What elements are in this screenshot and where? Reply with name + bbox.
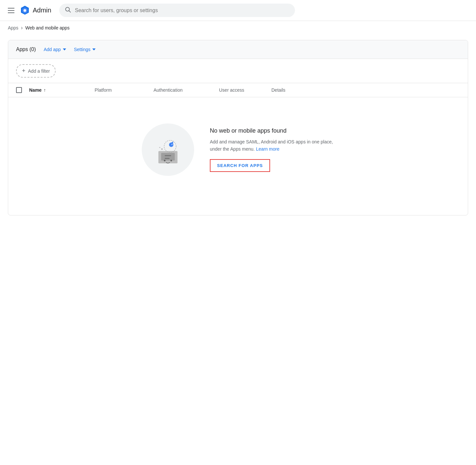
breadcrumb-apps-link[interactable]: Apps xyxy=(8,25,18,30)
add-filter-label: Add a filter xyxy=(28,68,50,74)
empty-state-title: No web or mobile apps found xyxy=(210,127,334,134)
settings-label: Settings xyxy=(74,47,91,52)
col-header-details: Details xyxy=(271,87,285,93)
svg-point-13 xyxy=(172,144,173,145)
hamburger-line-1 xyxy=(8,8,14,9)
logo-area: Admin xyxy=(20,5,51,16)
learn-more-link[interactable]: Learn more xyxy=(256,146,280,152)
sort-arrow-icon[interactable]: ↑ xyxy=(44,87,46,93)
empty-text-area: No web or mobile apps found Add and mana… xyxy=(210,127,334,172)
empty-state: No web or mobile apps found Add and mana… xyxy=(8,97,468,215)
main-content: Apps (0) Add app Settings + Add a filter xyxy=(0,35,476,221)
col-name-label: Name xyxy=(29,87,42,93)
add-app-button[interactable]: Add app xyxy=(44,46,66,53)
svg-rect-6 xyxy=(161,153,175,160)
empty-illustration xyxy=(142,123,194,176)
svg-rect-8 xyxy=(165,158,170,159)
plus-icon: + xyxy=(22,67,26,74)
hamburger-line-3 xyxy=(8,12,14,13)
logo-text: Admin xyxy=(33,7,51,14)
apps-count-label: Apps (0) xyxy=(16,46,36,52)
svg-line-4 xyxy=(69,11,70,12)
svg-point-9 xyxy=(164,160,166,161)
svg-rect-7 xyxy=(165,155,171,156)
table-header: Name ↑ Platform Authentication User acce… xyxy=(8,83,468,97)
col-header-platform: Platform xyxy=(95,87,154,93)
breadcrumb: Apps › Web and mobile apps xyxy=(0,21,476,35)
breadcrumb-separator: › xyxy=(21,25,23,31)
breadcrumb-current: Web and mobile apps xyxy=(25,25,69,30)
card-toolbar: Apps (0) Add app Settings xyxy=(8,40,468,59)
search-for-apps-button[interactable]: SEARCH FOR APPS xyxy=(210,159,270,172)
empty-state-illustration-svg xyxy=(152,133,184,166)
filter-area: + Add a filter xyxy=(8,59,468,83)
select-all-checkbox[interactable] xyxy=(16,87,29,93)
menu-button[interactable] xyxy=(5,5,17,16)
svg-point-16 xyxy=(159,147,160,148)
settings-button[interactable]: Settings xyxy=(74,46,96,53)
search-icon xyxy=(64,6,71,14)
add-app-chevron-icon xyxy=(63,48,66,50)
svg-point-10 xyxy=(171,160,172,161)
search-bar xyxy=(59,4,295,17)
settings-chevron-icon xyxy=(92,48,96,50)
search-input[interactable] xyxy=(75,8,290,13)
add-filter-button[interactable]: + Add a filter xyxy=(16,64,56,78)
hamburger-line-2 xyxy=(8,10,14,11)
app-header: Admin xyxy=(0,0,476,21)
col-header-user-access: User access xyxy=(219,87,271,93)
apps-card: Apps (0) Add app Settings + Add a filter xyxy=(8,40,468,215)
checkbox-icon[interactable] xyxy=(16,87,22,93)
admin-logo-icon xyxy=(20,5,30,16)
add-app-label: Add app xyxy=(44,47,61,52)
svg-point-15 xyxy=(161,148,163,150)
col-header-name: Name ↑ xyxy=(29,87,95,93)
empty-state-description: Add and manage SAML, Android and iOS app… xyxy=(210,138,334,153)
col-header-authentication: Authentication xyxy=(154,87,219,93)
